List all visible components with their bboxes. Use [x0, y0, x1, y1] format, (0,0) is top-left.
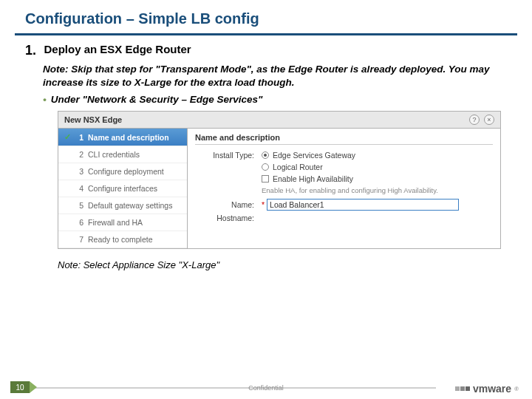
wizard-main-panel: Name and description Install Type: Edge …	[188, 129, 500, 248]
step-num: 3	[76, 167, 83, 176]
wizard-step-cli-credentials[interactable]: 2 CLI credentials	[58, 146, 187, 163]
vmware-logo: vmware®	[455, 383, 519, 395]
hostname-label: Hostname:	[195, 214, 254, 222]
logo-boxes-icon	[455, 386, 470, 391]
nsx-edge-wizard: New NSX Edge ? × ✓ 1 Name and descriptio…	[58, 111, 501, 249]
note-appliance-size: Note: Select Appliance Size "X-Large"	[58, 259, 502, 270]
checkbox-label-ha: Enable High Availability	[273, 174, 353, 183]
checkbox-enable-ha[interactable]	[262, 175, 269, 183]
wizard-steps-list: ✓ 1 Name and description 2 CLI credentia…	[58, 129, 188, 248]
step-label: Name and description	[88, 133, 169, 142]
step-label: CLI credentials	[88, 150, 140, 159]
page-title: Configuration – Simple LB config	[0, 0, 532, 33]
step-num: 2	[76, 150, 83, 159]
wizard-step-firewall-ha[interactable]: 6 Firewall and HA	[58, 214, 187, 231]
checkmark-icon: ✓	[64, 132, 72, 142]
step-num: 5	[76, 201, 83, 210]
logo-text: vmware	[473, 383, 511, 395]
bullet-text: Under "Network & Security – Edge Service…	[51, 94, 263, 105]
bullet-icon: •	[43, 94, 47, 105]
step-num: 7	[76, 235, 83, 244]
bullet-network-security: •Under "Network & Security – Edge Servic…	[43, 94, 502, 105]
note-transparent-mode: Note: Skip that step for "Transparent Mo…	[43, 63, 502, 89]
step-num: 1	[76, 133, 83, 142]
logo-registered: ®	[514, 386, 519, 392]
help-icon[interactable]: ?	[469, 115, 480, 125]
close-icon[interactable]: ×	[484, 115, 494, 125]
footer: 10 Confidential vmware®	[0, 377, 532, 399]
step-heading: 1. Deploy an ESX Edge Router	[25, 43, 502, 58]
step-number: 1.	[25, 43, 36, 58]
install-type-label: Install Type:	[195, 151, 254, 160]
wizard-step-ready-complete[interactable]: 7 Ready to complete	[58, 231, 187, 248]
confidential-label: Confidential	[0, 384, 532, 392]
wizard-step-default-gateway[interactable]: 5 Default gateway settings	[58, 197, 187, 214]
wizard-step-configure-interfaces[interactable]: 4 Configure interfaces	[58, 180, 187, 197]
step-num: 6	[76, 218, 83, 227]
step-label: Configure interfaces	[88, 184, 157, 193]
ha-hint-text: Enable HA, for enabling and configuring …	[262, 186, 493, 194]
wizard-title: New NSX Edge	[64, 115, 122, 124]
step-title: Deploy an ESX Edge Router	[44, 43, 191, 55]
step-num: 4	[76, 184, 83, 193]
radio-logical-router[interactable]	[262, 163, 269, 171]
step-label: Default gateway settings	[88, 201, 172, 210]
radio-edge-services-gateway[interactable]	[262, 151, 269, 159]
name-input[interactable]	[267, 199, 459, 211]
required-asterisk: *	[262, 200, 265, 209]
wizard-header: New NSX Edge ? ×	[58, 112, 500, 129]
radio-label-gateway: Edge Services Gateway	[273, 151, 355, 160]
step-label: Firewall and HA	[88, 218, 143, 227]
step-label: Ready to complete	[88, 235, 153, 244]
section-title: Name and description	[195, 133, 493, 145]
step-label: Configure deployment	[88, 167, 164, 176]
radio-label-router: Logical Router	[273, 163, 323, 171]
wizard-step-name-description[interactable]: ✓ 1 Name and description	[58, 129, 187, 146]
wizard-step-configure-deployment[interactable]: 3 Configure deployment	[58, 163, 187, 180]
name-label: Name:	[195, 200, 254, 209]
